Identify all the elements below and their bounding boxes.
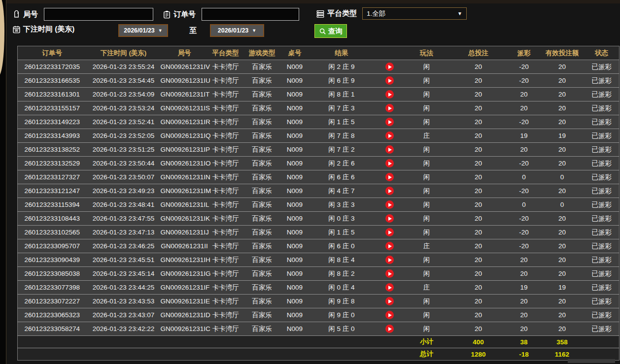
- cell-order: 260123233115394: [18, 198, 87, 212]
- cell-game-type: 百家乐: [243, 74, 281, 88]
- cell-round: GN009261231IT: [161, 88, 208, 101]
- table-row: 260123233102565 2026-01-23 23:47:13 GN00…: [18, 226, 620, 239]
- cell-payout: -20: [508, 60, 540, 74]
- cell-valid-bet: 20: [540, 212, 585, 226]
- cell-status: 已派彩: [585, 198, 620, 212]
- play-icon[interactable]: [385, 228, 394, 236]
- cell-result: 闲 4 庄 7: [309, 184, 375, 198]
- cell-game-type: 百家乐: [243, 88, 281, 101]
- cell-table-no: N009: [281, 129, 309, 143]
- play-icon[interactable]: [385, 256, 394, 264]
- play-icon[interactable]: [385, 242, 394, 250]
- cell-order: 260123233072227: [18, 295, 87, 308]
- cell-play: 闲: [405, 198, 449, 212]
- betting-records-page: 局号 订单号 平台类型 1.全部 ▼ 下注时间 (美东): [0, 0, 620, 364]
- cell-play: 闲: [405, 143, 449, 157]
- cell-platform: 卡卡湾厅: [208, 74, 243, 88]
- cell-replay: [375, 253, 405, 267]
- play-icon[interactable]: [385, 76, 394, 85]
- play-icon[interactable]: [385, 297, 394, 305]
- platform-dropdown[interactable]: 1.全部 ▼: [362, 7, 467, 20]
- cell-replay: [375, 281, 405, 295]
- cell-table-no: N009: [281, 267, 309, 281]
- cell-total-bet: 20: [449, 239, 508, 253]
- order-input[interactable]: [202, 8, 299, 21]
- date-to-select[interactable]: 2026/01/23 ▼: [210, 24, 264, 37]
- table-row: 260123233143993 2026-01-23 23:52:05 GN00…: [18, 129, 620, 143]
- grand-total-total-bet: 1280: [449, 348, 508, 361]
- header-round: 局号: [161, 46, 208, 60]
- cell-game-type: 百家乐: [243, 129, 281, 143]
- play-icon[interactable]: [385, 269, 394, 278]
- table-row: 260123233132529 2026-01-23 23:50:44 GN00…: [18, 157, 620, 170]
- subtotal-label: 小计: [405, 336, 449, 348]
- cell-table-no: N009: [281, 322, 309, 336]
- search-button[interactable]: 查询: [314, 24, 347, 38]
- cell-total-bet: 20: [449, 212, 508, 226]
- cell-round: GN009261231IF: [161, 281, 208, 295]
- cell-play: 闲: [405, 322, 449, 336]
- play-icon[interactable]: [385, 118, 394, 126]
- cell-platform: 卡卡湾厅: [208, 88, 243, 101]
- cell-platform: 卡卡湾厅: [208, 198, 243, 212]
- table-row: 260123233172035 2026-01-23 23:55:24 GN00…: [18, 60, 620, 74]
- round-input[interactable]: [44, 8, 153, 21]
- cell-play: 闲: [405, 212, 449, 226]
- cell-replay: [375, 184, 405, 198]
- cell-game-type: 百家乐: [243, 115, 281, 129]
- cell-play: 闲: [405, 170, 449, 184]
- table-row: 260123233149223 2026-01-23 23:52:41 GN00…: [18, 115, 620, 129]
- cell-status: 已派彩: [585, 129, 620, 143]
- cell-platform: 卡卡湾厅: [208, 295, 243, 308]
- cell-valid-bet: 20: [540, 239, 585, 253]
- play-icon[interactable]: [385, 159, 394, 167]
- cell-platform: 卡卡湾厅: [208, 101, 243, 115]
- cell-valid-bet: 0: [540, 198, 585, 212]
- cell-replay: [375, 239, 405, 253]
- cell-order: 260123233077398: [18, 281, 87, 295]
- cell-order: 260123233143993: [18, 129, 87, 143]
- cell-total-bet: 20: [449, 184, 508, 198]
- cell-total-bet: 20: [449, 157, 508, 170]
- play-icon[interactable]: [385, 63, 394, 71]
- cell-payout: -20: [508, 226, 540, 239]
- cell-platform: 卡卡湾厅: [208, 253, 243, 267]
- cell-order: 260123233065323: [18, 308, 87, 322]
- cell-order: 260123233132529: [18, 157, 87, 170]
- cell-platform: 卡卡湾厅: [208, 143, 243, 157]
- play-icon[interactable]: [385, 214, 394, 223]
- table-header-row: 订单号 下注时间 (美东) 局号 平台类型 游戏类型 桌号 结果 玩法 总投注 …: [18, 46, 620, 60]
- cell-table-no: N009: [281, 253, 309, 267]
- play-icon[interactable]: [385, 104, 394, 112]
- play-icon[interactable]: [385, 173, 394, 181]
- cell-order: 260123233172035: [18, 60, 87, 74]
- scrollbar-corner[interactable]: [568, 359, 615, 363]
- cell-payout: -20: [508, 239, 540, 253]
- play-icon[interactable]: [385, 90, 394, 99]
- play-icon[interactable]: [385, 132, 394, 140]
- cell-table-no: N009: [281, 308, 309, 322]
- header-valid-bet: 有效投注额: [540, 46, 585, 60]
- cell-valid-bet: 20: [540, 322, 585, 336]
- cell-replay: [375, 88, 405, 101]
- cell-total-bet: 20: [449, 60, 508, 74]
- cell-play: 庄: [405, 129, 449, 143]
- play-icon[interactable]: [385, 145, 394, 154]
- order-filter-label: 订单号: [173, 10, 196, 19]
- cell-order: 260123233095707: [18, 239, 87, 253]
- cell-order: 260123233155157: [18, 101, 87, 115]
- cell-total-bet: 20: [449, 101, 508, 115]
- play-icon[interactable]: [385, 311, 394, 319]
- cell-result: 闲 2 庄 6: [309, 157, 375, 170]
- cell-total-bet: 20: [449, 295, 508, 308]
- cell-valid-bet: 20: [540, 143, 585, 157]
- cell-bet-time: 2026-01-23 23:47:55: [87, 212, 161, 226]
- cell-total-bet: 20: [449, 322, 508, 336]
- cell-valid-bet: 20: [540, 88, 585, 101]
- play-icon[interactable]: [385, 283, 394, 292]
- play-icon[interactable]: [385, 200, 394, 209]
- play-icon[interactable]: [385, 325, 394, 333]
- date-from-select[interactable]: 2026/01/23 ▼: [118, 24, 168, 37]
- cell-total-bet: 20: [449, 74, 508, 88]
- play-icon[interactable]: [385, 187, 394, 195]
